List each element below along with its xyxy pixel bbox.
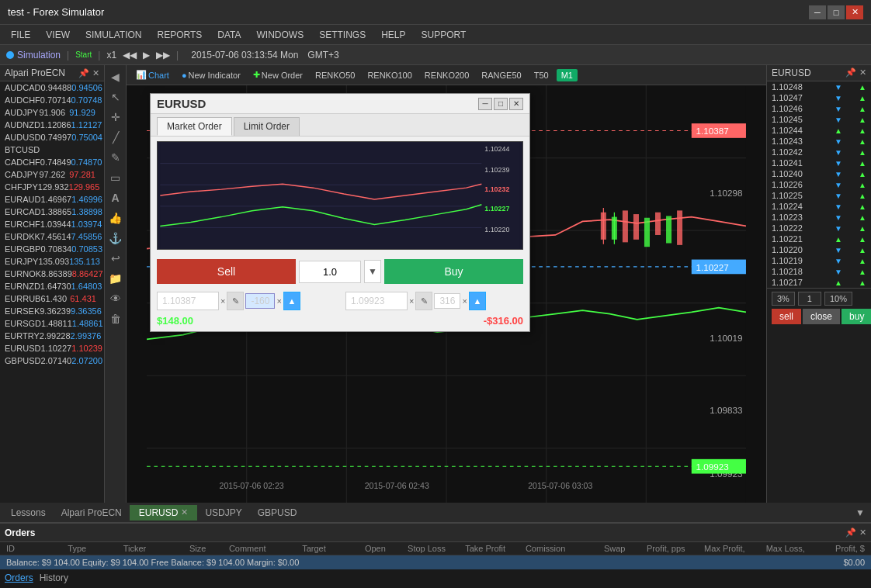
thumb-icon[interactable]: 👍	[106, 209, 125, 227]
modal-minimize[interactable]: ─	[478, 98, 492, 110]
lot-input[interactable]	[299, 261, 361, 283]
eurusd-tab-close[interactable]: ✕	[181, 507, 188, 517]
qt-num-input[interactable]	[798, 292, 821, 306]
crosshair-icon[interactable]: ✛	[106, 109, 125, 126]
orders-pin-icon[interactable]: 📌	[845, 527, 856, 538]
new-order-button[interactable]: ✚ New Order	[248, 68, 307, 81]
gbpusd-tab[interactable]: GBPUSD	[250, 505, 305, 521]
start-button[interactable]: Start	[75, 50, 92, 59]
pin-icon[interactable]: 📌	[78, 68, 89, 78]
menu-simulation[interactable]: SIMULATION	[79, 28, 147, 42]
market-order-tab[interactable]: Market Order	[157, 117, 232, 136]
pair-row[interactable]: EURTRY 2.99228 2.99376	[0, 330, 104, 342]
menu-reports[interactable]: REPORTS	[151, 28, 208, 42]
renko200-tab[interactable]: RENKO200	[420, 69, 474, 81]
pair-row[interactable]: AUDCAD 0.94488 0.94506	[0, 81, 104, 94]
orders-close-icon[interactable]: ✕	[859, 527, 866, 538]
price-row[interactable]: 1.10220 ▼ ▲	[767, 244, 871, 255]
pair-row[interactable]: EURAUD 1.46967 1.46996	[0, 193, 104, 206]
qt-buy-button[interactable]: buy	[842, 309, 871, 324]
price-row[interactable]: 1.10219 ▼ ▲	[767, 255, 871, 266]
pair-row[interactable]: CHFJPY 129.932 129.965	[0, 181, 104, 193]
menu-file[interactable]: FILE	[5, 28, 36, 42]
alpari-tab[interactable]: Alpari ProECN	[54, 505, 130, 521]
chart-button[interactable]: 📊 Chart	[131, 68, 174, 81]
pair-row[interactable]: EURCAD 1.38865 1.38898	[0, 206, 104, 218]
qt-sell-button[interactable]: sell	[772, 309, 801, 324]
pen-icon[interactable]: ✎	[106, 149, 125, 166]
bid-edit-icon[interactable]: ✎	[227, 292, 244, 310]
bid-arrow-icon[interactable]: ▲	[283, 292, 300, 310]
right-pin-icon[interactable]: 📌	[845, 67, 856, 78]
sell-button[interactable]: Sell	[157, 259, 296, 284]
text-icon[interactable]: A	[106, 189, 125, 206]
right-close-icon[interactable]: ✕	[859, 67, 866, 78]
eye-icon[interactable]: 👁	[106, 290, 125, 307]
eurusd-tab[interactable]: EURUSD ✕	[130, 505, 198, 521]
pair-row[interactable]: AUDUSD 0.74997 0.75004	[0, 131, 104, 144]
renko100-tab[interactable]: RENKO100	[363, 69, 416, 81]
ask-arrow-icon[interactable]: ▲	[469, 292, 486, 310]
close-icon[interactable]: ✕	[92, 68, 99, 78]
price-row[interactable]: 1.10225 ▼ ▲	[767, 190, 871, 201]
limit-order-tab[interactable]: Limit Order	[234, 117, 300, 136]
price-row[interactable]: 1.10246 ▼ ▲	[767, 103, 871, 114]
price-row[interactable]: 1.10243 ▼ ▲	[767, 136, 871, 147]
qt-pct1-button[interactable]: 3%	[772, 292, 795, 306]
price-row[interactable]: 1.10217 ▲ ▲	[767, 277, 871, 288]
pair-row[interactable]: EURSGD 1.48811 1.48861	[0, 317, 104, 330]
price-row[interactable]: 1.10242 ▼ ▲	[767, 147, 871, 157]
new-indicator-button[interactable]: ● New Indicator	[177, 69, 245, 81]
pair-row[interactable]: AUDNZD 1.12086 1.12127	[0, 119, 104, 131]
lessons-tab[interactable]: Lessons	[3, 505, 54, 521]
line-tool-icon[interactable]: ╱	[106, 129, 125, 146]
price-row[interactable]: 1.10218 ▼ ▲	[767, 266, 871, 277]
folder-icon[interactable]: 📁	[106, 270, 125, 287]
orders-tab-history[interactable]: History	[40, 572, 68, 583]
lot-dropdown[interactable]: ▼	[364, 260, 381, 283]
cursor-icon[interactable]: ↖	[106, 88, 125, 105]
minimize-button[interactable]: ─	[809, 5, 826, 19]
price-row[interactable]: 1.10224 ▼ ▲	[767, 201, 871, 212]
pair-row[interactable]: EURSEK 9.36239 9.36356	[0, 305, 104, 317]
range50-tab[interactable]: RANGE50	[477, 69, 526, 81]
qt-close-button[interactable]: close	[803, 309, 840, 324]
pair-row[interactable]: EURCHF 1.03944 1.03974	[0, 218, 104, 230]
trash-icon[interactable]: 🗑	[106, 310, 125, 327]
pair-row[interactable]: EURJPY 135.093 135.113	[0, 255, 104, 268]
renko50-tab[interactable]: RENKO50	[311, 69, 359, 81]
pair-row[interactable]: GBPUSD 2.07140 2.07200	[0, 355, 104, 367]
pair-row[interactable]: CADCHF 0.74849 0.74870	[0, 156, 104, 168]
m1-tab[interactable]: M1	[557, 69, 578, 81]
pair-row[interactable]: AUDCHF 0.70714 0.70748	[0, 94, 104, 106]
orders-tab-orders[interactable]: Orders	[5, 572, 33, 583]
buy-button[interactable]: Buy	[384, 259, 523, 284]
price-row[interactable]: 1.10244 ▲ ▲	[767, 125, 871, 136]
usdjpy-tab[interactable]: USDJPY	[197, 505, 249, 521]
pair-row[interactable]: EURNZD 1.64730 1.64803	[0, 280, 104, 292]
prev-chart-icon[interactable]: ◀	[106, 68, 125, 85]
tabs-scroll-icon[interactable]: ▼	[855, 507, 865, 518]
pair-row[interactable]: AUDJPY 91.906 91.929	[0, 106, 104, 119]
price-row[interactable]: 1.10247 ▼ ▲	[767, 92, 871, 103]
price-row[interactable]: 1.10248 ▼ ▲	[767, 81, 871, 92]
price-row[interactable]: 1.10241 ▼ ▲	[767, 157, 871, 168]
play-button[interactable]: ▶	[143, 50, 150, 61]
pair-row[interactable]: BTCUSD	[0, 144, 104, 156]
maximize-button[interactable]: □	[828, 5, 845, 19]
price-row[interactable]: 1.10240 ▼ ▲	[767, 168, 871, 179]
price-row[interactable]: 1.10223 ▼ ▲	[767, 212, 871, 223]
menu-help[interactable]: HELP	[375, 28, 411, 42]
menu-settings[interactable]: SETTINGS	[313, 28, 372, 42]
price-row[interactable]: 1.10226 ▼ ▲	[767, 179, 871, 190]
menu-data[interactable]: DATA	[211, 28, 247, 42]
ask-edit-icon[interactable]: ✎	[415, 292, 432, 310]
shapes-icon[interactable]: ▭	[106, 169, 125, 186]
undo-icon[interactable]: ↩	[106, 250, 125, 267]
menu-support[interactable]: SUPPORT	[415, 28, 473, 42]
price-row[interactable]: 1.10221 ▲ ▲	[767, 233, 871, 244]
modal-close[interactable]: ✕	[509, 98, 523, 110]
price-row[interactable]: 1.10245 ▼ ▲	[767, 114, 871, 125]
pair-row[interactable]: EURNOK 8.86389 8.86427	[0, 268, 104, 280]
price-row[interactable]: 1.10222 ▼ ▲	[767, 223, 871, 233]
